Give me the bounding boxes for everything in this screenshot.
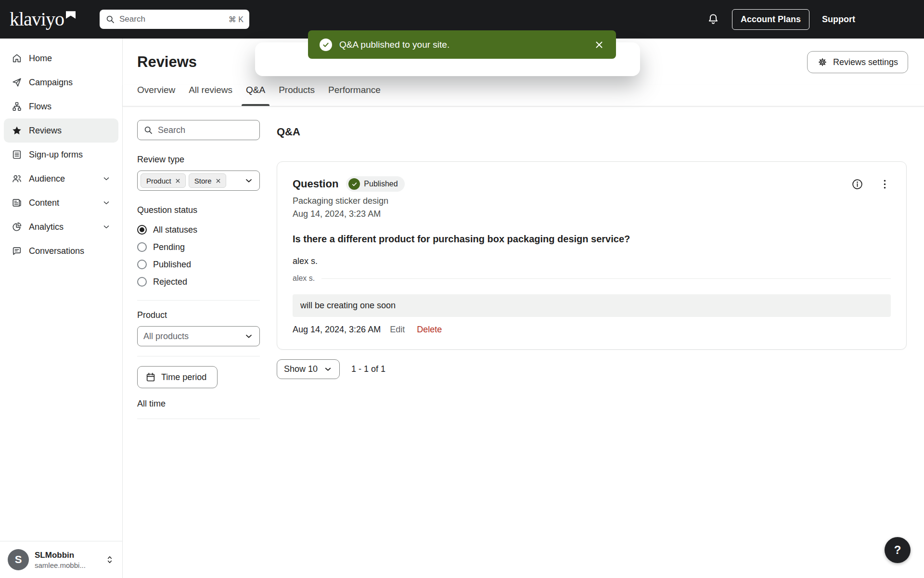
- sidebar-item-label: Conversations: [29, 246, 84, 256]
- sidebar-item-label: Analytics: [29, 222, 64, 232]
- sidebar-item-conversations[interactable]: Conversations: [4, 239, 118, 263]
- support-link[interactable]: Support: [822, 14, 855, 25]
- show-per-page-button[interactable]: Show 10: [277, 359, 340, 379]
- tab-overview[interactable]: Overview: [137, 85, 175, 106]
- account-plans-button[interactable]: Account Plans: [732, 9, 809, 30]
- sidebar-item-content[interactable]: Content: [4, 191, 118, 215]
- analytics-icon: [12, 222, 22, 232]
- search-icon: [105, 14, 115, 24]
- reviews-settings-button[interactable]: Reviews settings: [807, 51, 908, 73]
- answer-date: Aug 14, 2024, 3:26 AM: [293, 325, 381, 335]
- sidebar-item-label: Campaigns: [29, 78, 73, 88]
- radio-icon: [137, 277, 147, 287]
- sidebar-item-flows[interactable]: Flows: [4, 94, 118, 118]
- asker-name: alex s.: [293, 256, 891, 266]
- info-icon[interactable]: [851, 178, 863, 190]
- radio-pending[interactable]: Pending: [137, 238, 260, 256]
- sidebar-item-label: Home: [29, 53, 52, 64]
- radio-icon: [137, 242, 147, 252]
- chevron-down-icon: [102, 223, 111, 231]
- audience-icon: [12, 173, 22, 184]
- chip-remove-icon[interactable]: [215, 178, 221, 184]
- notifications-bell-icon[interactable]: [707, 13, 719, 26]
- main-content: Reviews Reviews settings Overview All re…: [123, 39, 924, 578]
- question-text: Is there a different product for purchas…: [293, 234, 891, 245]
- sidebar-item-label: Content: [29, 198, 59, 208]
- divider: [137, 300, 260, 301]
- sidebar-item-campaigns[interactable]: Campaigns: [4, 70, 118, 94]
- user-email: samlee.mobbi...: [35, 561, 86, 569]
- qa-search[interactable]: [137, 120, 260, 140]
- answer-text: will be creating one soon: [293, 294, 891, 317]
- question-product: Packaging sticker design: [293, 196, 891, 206]
- asker-name-small: alex s.: [293, 274, 315, 283]
- sidebar-item-label: Flows: [29, 102, 51, 112]
- divider: [137, 419, 260, 419]
- sidebar-item-label: Sign-up forms: [29, 150, 83, 160]
- sidebar-item-label: Reviews: [29, 126, 62, 136]
- sidebar: Home Campaigns Flows Reviews: [0, 39, 123, 578]
- time-period-button[interactable]: Time period: [137, 366, 218, 388]
- sidebar-item-reviews[interactable]: Reviews: [4, 118, 118, 143]
- sidebar-item-signup-forms[interactable]: Sign-up forms: [4, 143, 118, 167]
- gear-icon: [817, 57, 828, 67]
- sidebar-item-home[interactable]: Home: [4, 46, 118, 70]
- radio-label: Pending: [153, 242, 185, 252]
- filters-panel: Review type Product Store: [137, 120, 260, 578]
- edit-link[interactable]: Edit: [387, 325, 408, 335]
- chip-remove-icon[interactable]: [175, 178, 181, 184]
- help-button[interactable]: ?: [885, 537, 911, 563]
- chevron-down-icon: [323, 365, 333, 374]
- qa-heading: Q&A: [277, 126, 907, 138]
- product-select[interactable]: All products: [137, 326, 260, 346]
- review-type-select[interactable]: Product Store: [137, 171, 260, 191]
- qa-section: Q&A Question Published: [277, 120, 907, 578]
- global-search-input[interactable]: [119, 14, 224, 24]
- pagination: Show 10 1 - 1 of 1: [277, 359, 907, 379]
- product-filter-label: Product: [137, 310, 260, 320]
- tab-qa[interactable]: Q&A: [246, 85, 265, 106]
- chip-store-label: Store: [194, 177, 212, 185]
- chip-product[interactable]: Product: [141, 173, 186, 188]
- reviews-settings-label: Reviews settings: [833, 57, 898, 67]
- radio-label: Rejected: [153, 277, 187, 287]
- divider: [137, 356, 260, 356]
- radio-rejected[interactable]: Rejected: [137, 273, 260, 290]
- status-badge-label: Published: [364, 180, 398, 188]
- klaviyo-logo[interactable]: klaviyo: [10, 10, 76, 29]
- conversations-icon: [12, 246, 22, 256]
- question-type-label: Question: [293, 178, 338, 190]
- sidebar-item-audience[interactable]: Audience: [4, 167, 118, 191]
- reviews-star-icon: [12, 125, 22, 136]
- chip-store[interactable]: Store: [189, 173, 226, 188]
- user-name: SLMobbin: [35, 551, 86, 560]
- sidebar-item-analytics[interactable]: Analytics: [4, 215, 118, 239]
- tab-all-reviews[interactable]: All reviews: [189, 85, 232, 106]
- success-check-icon: [320, 39, 332, 51]
- radio-all-statuses[interactable]: All statuses: [137, 221, 260, 238]
- tab-products[interactable]: Products: [279, 85, 315, 106]
- global-search[interactable]: ⌘ K: [100, 10, 249, 29]
- flows-icon: [12, 101, 22, 112]
- klaviyo-logo-text: klaviyo: [10, 10, 64, 29]
- search-shortcut: ⌘ K: [229, 15, 244, 24]
- content-icon: [12, 197, 22, 208]
- toast-close-icon[interactable]: [594, 39, 604, 50]
- question-date: Aug 14, 2024, 3:23 AM: [293, 209, 891, 219]
- delete-link[interactable]: Delete: [414, 325, 445, 335]
- review-type-label: Review type: [137, 155, 260, 165]
- reviews-tabs: Overview All reviews Q&A Products Perfor…: [123, 85, 924, 106]
- radio-published[interactable]: Published: [137, 256, 260, 273]
- account-switcher[interactable]: S SLMobbin samlee.mobbi...: [0, 541, 122, 578]
- time-period-value: All time: [137, 399, 260, 409]
- search-icon: [143, 125, 153, 135]
- campaigns-icon: [12, 77, 22, 88]
- divider: [321, 278, 891, 279]
- time-period-label: Time period: [161, 372, 206, 382]
- qa-search-input[interactable]: [158, 125, 254, 135]
- question-status-label: Question status: [137, 205, 260, 215]
- kebab-menu-icon[interactable]: [879, 178, 891, 190]
- home-icon: [12, 53, 22, 64]
- product-select-value: All products: [141, 331, 189, 342]
- tab-performance[interactable]: Performance: [328, 85, 381, 106]
